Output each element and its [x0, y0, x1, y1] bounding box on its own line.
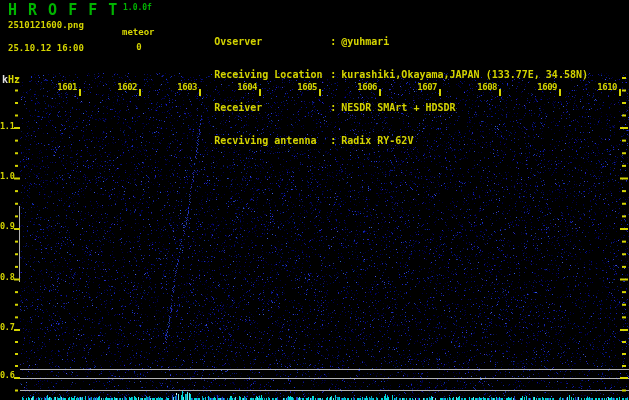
hrofft-output: H R O F F T 1.0.0f 2510121600.png meteor…: [0, 0, 629, 400]
info-label: Recviving antenna: [214, 135, 330, 146]
version-label: 1.0.0f: [123, 4, 152, 13]
observer-info-table: Ovserver:@yuhmari Receiving Location:kur…: [178, 3, 588, 157]
info-row: Receiving Location:kurashiki,Okayama,JAP…: [178, 58, 588, 69]
info-value: kurashiki,Okayama,JAPAN (133.77E, 34.58N…: [341, 69, 588, 80]
info-separator: :: [330, 36, 336, 47]
info-row: Receiver:NESDR SMArt + HDSDR: [178, 91, 588, 102]
time-tick-label: 1606: [352, 82, 377, 92]
info-value: @yuhmari: [341, 36, 389, 47]
time-tick-label: 1605: [292, 82, 317, 92]
datetime-label: 25.10.12 16:00: [8, 44, 84, 54]
time-tick-label: 1603: [172, 82, 197, 92]
freq-tick-label: 1.1: [0, 122, 14, 131]
filename-label: 2510121600.png: [8, 21, 84, 31]
meteor-label: meteor: [122, 28, 155, 38]
freq-tick-label: 0.6: [0, 371, 14, 380]
time-tick-label: 1601: [52, 82, 77, 92]
freq-tick-label: 1.0: [0, 172, 14, 181]
time-tick-label: 1604: [232, 82, 257, 92]
info-separator: :: [330, 69, 336, 80]
info-row: Recviving antenna:Radix RY-62V: [178, 124, 588, 135]
time-tick-label: 1602: [112, 82, 137, 92]
info-label: Ovserver: [214, 36, 330, 47]
time-tick-label: 1609: [532, 82, 557, 92]
freq-unit-label: kHz: [2, 74, 20, 85]
info-separator: :: [330, 102, 336, 113]
info-label: Receiving Location: [214, 69, 330, 80]
freq-unit-hz: Hz: [8, 74, 20, 85]
meteor-count: 0: [122, 43, 156, 53]
info-row: Ovserver:@yuhmari: [178, 25, 588, 36]
time-tick-label: 1607: [412, 82, 437, 92]
info-label: Receiver: [214, 102, 330, 113]
freq-tick-label: 0.8: [0, 273, 14, 282]
time-tick-label: 1610: [592, 82, 617, 92]
app-title: H R O F F T: [8, 2, 118, 19]
info-value: Radix RY-62V: [341, 135, 413, 146]
info-value: NESDR SMArt + HDSDR: [341, 102, 455, 113]
freq-tick-label: 0.9: [0, 222, 14, 231]
info-separator: :: [330, 135, 336, 146]
freq-tick-label: 0.7: [0, 323, 14, 332]
time-tick-label: 1608: [472, 82, 497, 92]
